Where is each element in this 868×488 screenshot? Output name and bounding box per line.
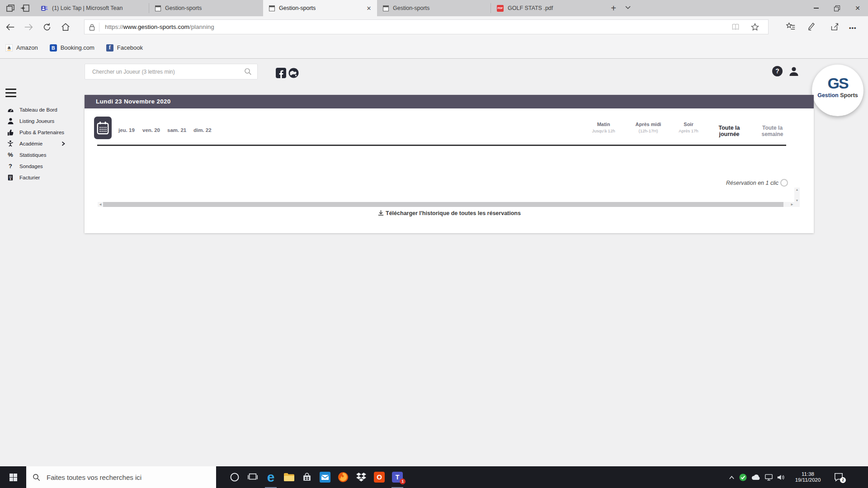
sidebar-label: Sondages (19, 164, 43, 169)
taskbar-cortana[interactable] (226, 466, 244, 488)
scroll-up-icon[interactable]: ▲ (794, 188, 800, 192)
bookmark-booking[interactable]: B Booking.com (50, 44, 94, 52)
network-icon[interactable] (765, 474, 773, 481)
notification-count-badge: 2 (840, 477, 846, 483)
player-search-input[interactable] (91, 68, 244, 75)
action-center-button[interactable]: 2 (834, 473, 844, 482)
horizontal-scrollbar[interactable]: ◄ ► (98, 202, 795, 207)
scroll-right-icon[interactable]: ► (790, 202, 794, 206)
favorites-hub-icon[interactable] (786, 22, 796, 32)
more-options-icon[interactable]: ••• (849, 23, 859, 33)
filter-apres-midi[interactable]: Après midi (12h-17H) (630, 122, 666, 133)
share-icon[interactable] (829, 22, 839, 32)
bookmark-facebook[interactable]: f Facebook (106, 44, 143, 52)
taskbar-clock[interactable]: 11:38 19/11/2020 (791, 471, 825, 483)
favorite-star-icon[interactable] (750, 23, 760, 32)
windows-logo-icon (9, 474, 17, 481)
globe-language-icon[interactable] (288, 68, 299, 78)
sidebar-label: Statistiques (19, 152, 46, 158)
planning-date-header: Lundi 23 Novembre 2020 (85, 95, 814, 108)
tab-underline (97, 145, 786, 146)
close-icon: ✕ (855, 5, 860, 12)
security-check-icon[interactable] (739, 474, 747, 481)
pdf-favicon: PDF (497, 5, 504, 12)
invoice-icon: $ (7, 174, 14, 181)
tab-list-chevron-icon[interactable] (625, 5, 631, 10)
sidebar-label: Académie (19, 141, 42, 146)
tab-golf-stats-pdf[interactable]: PDF GOLF STATS .pdf (491, 0, 605, 16)
sidebar-item-sondages[interactable]: ? Sondages (7, 160, 43, 172)
taskbar-mail[interactable] (316, 466, 334, 488)
hidden-icons-chevron[interactable] (729, 475, 735, 479)
window-close-button[interactable]: ✕ (847, 0, 868, 16)
amazon-icon: a (5, 44, 13, 52)
facebook-page-icon[interactable] (276, 68, 286, 78)
sidebar-item-facturier[interactable]: $ Facturier (7, 172, 40, 183)
taskbar-file-explorer[interactable] (280, 466, 298, 488)
taskbar-search-input[interactable] (46, 473, 197, 482)
horizontal-scrollbar-thumb[interactable] (103, 202, 783, 207)
scroll-down-icon[interactable]: ▼ (794, 198, 800, 203)
home-button[interactable] (61, 22, 71, 32)
scroll-left-icon[interactable]: ◄ (99, 202, 102, 206)
help-icon[interactable]: ? (772, 66, 783, 76)
window-minimize-button[interactable] (806, 0, 826, 16)
web-notes-pen-icon[interactable] (807, 22, 816, 32)
start-button[interactable] (0, 466, 26, 488)
tab-gestion-sports-2[interactable]: Gestion-sports (377, 0, 491, 16)
url-text: https://www.gestion-sports.com/planning (105, 23, 214, 30)
sidebar-label: Listing Joueurs (19, 118, 54, 124)
percent-icon: % (7, 151, 14, 158)
filter-matin[interactable]: Matin Jusqu'à 12h (585, 122, 622, 133)
address-bar[interactable]: https://www.gestion-sports.com/planning (84, 19, 769, 34)
taskbar-task-view[interactable] (244, 466, 262, 488)
tab-teams[interactable]: (1) Loic Tap | Microsoft Tean (35, 0, 149, 16)
back-button[interactable] (5, 22, 15, 32)
menu-hamburger-icon[interactable] (5, 89, 16, 97)
day-tab-dim-22[interactable]: dim. 22 (193, 127, 212, 133)
filter-toute-la-semaine[interactable]: Toute la semaine (751, 125, 794, 137)
tab-gestion-sports-1[interactable]: Gestion-sports (149, 0, 263, 16)
sidebar-item-listing-joueurs[interactable]: Listing Joueurs (7, 115, 54, 127)
tab-gestion-sports-active[interactable]: Gestion-sports ✕ (263, 0, 377, 16)
taskbar-dropbox[interactable] (352, 466, 370, 488)
onedrive-cloud-icon[interactable] (751, 474, 760, 480)
tab-close-icon[interactable]: ✕ (365, 5, 373, 12)
taskbar-microsoft-store[interactable] (298, 466, 316, 488)
filter-toute-la-journee[interactable]: Toute la journée (708, 125, 750, 137)
reading-view-icon[interactable] (731, 23, 740, 32)
sidebar-item-pubs-partenaires[interactable]: Pubs & Partenaires (7, 127, 64, 138)
gestion-sports-logo[interactable]: GS Gestion Sports (812, 65, 863, 116)
bookmark-amazon[interactable]: a Amazon (5, 44, 38, 52)
filter-soir[interactable]: Soir Après 17h (670, 122, 707, 133)
page-content: ? GS Gestion Sports Tableau de Bord List… (0, 59, 868, 466)
new-tab-button[interactable]: + (607, 2, 620, 14)
vertical-scrollbar[interactable]: ▲ ▼ (794, 188, 800, 207)
refresh-button[interactable] (42, 22, 52, 32)
taskbar-edge[interactable]: e (262, 466, 280, 488)
search-icon[interactable] (244, 68, 252, 75)
volume-icon[interactable] (777, 474, 785, 481)
calendar-icon[interactable] (94, 117, 112, 139)
taskbar-office[interactable]: O (370, 466, 388, 488)
forward-button[interactable] (24, 22, 33, 32)
day-tab-jeu-19[interactable]: jeu. 19 (118, 127, 135, 133)
sidebar-item-academie[interactable]: Académie (7, 138, 42, 149)
tab-title: GOLF STATS .pdf (508, 5, 600, 11)
taskbar-teams[interactable]: T1 (388, 466, 406, 488)
day-tab-ven-20[interactable]: ven. 20 (142, 127, 160, 133)
taskbar-firefox[interactable] (334, 466, 352, 488)
set-tabs-aside-icon[interactable] (20, 4, 30, 13)
download-history-link[interactable]: Télécharger l'historique de toutes les r… (85, 209, 814, 217)
sidebar-item-statistiques[interactable]: % Statistiques (7, 149, 46, 160)
sidebar-item-tableau-de-bord[interactable]: Tableau de Bord (7, 104, 57, 115)
window-restore-button[interactable] (826, 0, 847, 16)
one-click-toggle[interactable] (780, 179, 788, 187)
profile-icon[interactable] (788, 66, 799, 77)
office-icon: O (374, 472, 385, 483)
day-tab-sam-21[interactable]: sam. 21 (167, 127, 186, 133)
page-favicon (383, 5, 389, 11)
download-icon (377, 210, 384, 216)
tab-preview-icon[interactable] (5, 4, 15, 13)
teams-notification-badge: 1 (400, 479, 406, 484)
